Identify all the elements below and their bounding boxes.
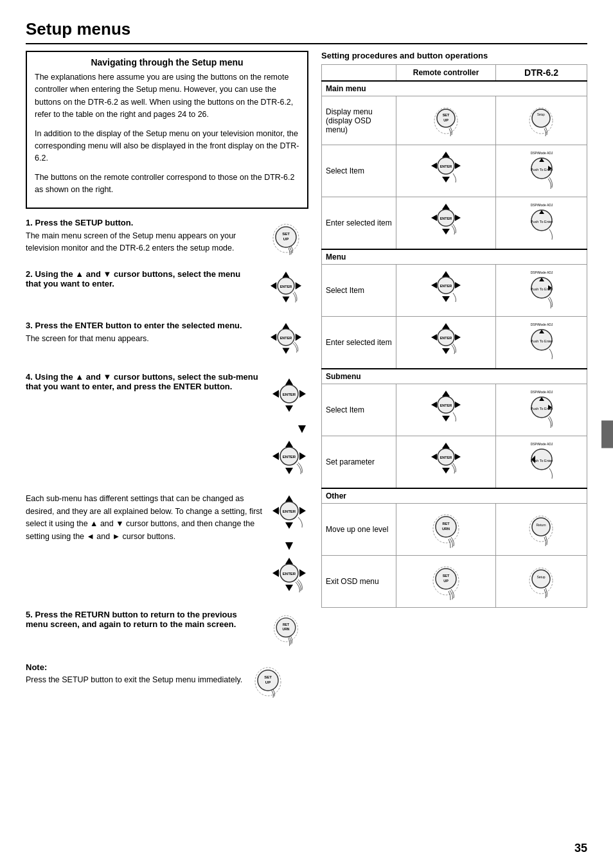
svg-marker-8: [271, 283, 276, 290]
svg-text:DSP/Mode ADJ: DSP/Mode ADJ: [530, 390, 553, 394]
section-main-menu: Main menu: [322, 81, 587, 96]
svg-text:DSP/Mode ADJ: DSP/Mode ADJ: [530, 203, 553, 207]
svg-text:UP: UP: [265, 680, 271, 684]
svg-text:ENTER: ENTER: [283, 393, 296, 396]
row-exit-osd: Exit OSD menu SET UP: [322, 556, 587, 608]
row-select-item-main: Select Item ENTER: [322, 145, 587, 197]
svg-text:DSP/Mode ADJ: DSP/Mode ADJ: [530, 442, 553, 446]
setup-remote-icon: SET UP: [429, 100, 464, 139]
svg-text:SET: SET: [442, 113, 449, 117]
svg-text:ENTER: ENTER: [440, 284, 452, 288]
svg-marker-29: [285, 495, 293, 502]
step-5-icon: RET URN: [263, 610, 308, 648]
svg-point-55: [532, 109, 550, 127]
svg-marker-68: [442, 204, 450, 209]
display-menu-remote-icon: SET UP: [396, 96, 496, 145]
step-1-icon: SET UP: [263, 218, 308, 256]
col-header-0: [322, 65, 396, 82]
note-section: Note: Press the SETUP button to exit the…: [26, 661, 308, 700]
enter-selected-main-remote: ENTER: [396, 197, 496, 250]
page-number: 35: [574, 842, 587, 855]
svg-marker-14: [271, 334, 276, 341]
svg-marker-83: [455, 282, 461, 288]
svg-point-132: [532, 570, 550, 588]
row-move-up: Move up one level RET URN: [322, 504, 587, 556]
setup-exit-remote-icon: SET UP: [427, 560, 465, 601]
enter-remote-menu-select: ENTER: [429, 269, 464, 310]
move-up-label: Move up one level: [322, 504, 396, 556]
enter-button-icon-4c: ENTER: [270, 493, 308, 535]
nav-para-1: The explanations here assume you are usi…: [35, 71, 299, 121]
svg-text:ENTER: ENTER: [283, 455, 296, 459]
row-select-item-submenu: Select Item ENTER: [322, 384, 587, 436]
svg-marker-104: [455, 402, 461, 408]
svg-text:URN: URN: [283, 628, 290, 632]
step-4-heading: 4. Using the ▲ and ▼ cursor buttons, sel…: [26, 372, 263, 391]
svg-text:Push To Enter: Push To Enter: [530, 220, 553, 224]
step-4: 4. Using the ▲ and ▼ cursor buttons, sel…: [26, 372, 308, 480]
svg-marker-89: [442, 323, 450, 329]
select-item-main-remote: ENTER: [396, 145, 496, 197]
enter-remote-main-select: ENTER: [429, 149, 464, 191]
enter-button-icon-4a: ENTER: [270, 376, 308, 418]
nav-box-heading: Navigating through the Setup menu: [35, 57, 299, 67]
svg-marker-39: [285, 585, 293, 591]
step-3-heading: 3. Press the ENTER button to enter the s…: [26, 321, 257, 330]
step-4-extra: Each sub-menu has different settings tha…: [26, 493, 308, 597]
svg-marker-10: [282, 323, 289, 329]
nav-para-2: In addition to the display of the Setup …: [35, 128, 299, 165]
return-dtr-icon: Return: [524, 508, 559, 549]
step-4-extra-body: Each sub-menu has different settings tha…: [26, 493, 263, 543]
move-up-dtr: Return: [496, 504, 587, 556]
col-header-remote: Remote controller: [396, 65, 496, 82]
enter-selected-menu-label: Enter selected item: [322, 317, 396, 369]
enter-selected-menu-dtr: DSP/Mode ADJ Push To Enter: [496, 317, 587, 369]
step-4-extra-icons: ENTER ENTER: [270, 493, 308, 597]
note-heading: Note:: [26, 661, 242, 674]
setup-note-icon: SET UP: [249, 661, 287, 700]
select-item-menu-remote: ENTER: [396, 265, 496, 317]
svg-text:ENTER: ENTER: [280, 336, 292, 340]
svg-marker-73: [455, 215, 461, 221]
svg-text:ENTER: ENTER: [440, 336, 452, 340]
page-title: Setup menus: [26, 19, 587, 44]
step-2-heading: 2. Using the ▲ and ▼ cursor buttons, sel…: [26, 269, 257, 288]
enter-remote-submenu-param: ENTER: [429, 440, 464, 482]
exit-osd-dtr: Setup: [496, 556, 587, 608]
svg-text:ENTER: ENTER: [283, 572, 296, 576]
svg-marker-113: [442, 468, 450, 474]
svg-marker-32: [285, 522, 293, 529]
select-item-submenu-label: Select Item: [322, 384, 396, 436]
svg-text:RET: RET: [443, 522, 450, 526]
enter-remote-menu-enter: ENTER: [429, 321, 464, 362]
enter-remote-main-enter: ENTER: [429, 201, 464, 243]
enter-remote-submenu-select: ENTER: [429, 388, 464, 430]
svg-marker-102: [442, 416, 450, 421]
svg-marker-35: [285, 542, 293, 550]
exit-osd-label: Exit OSD menu: [322, 556, 396, 608]
note-inner: Note: Press the SETUP button to exit the…: [26, 661, 308, 700]
section-submenu: Submenu: [322, 369, 587, 384]
svg-marker-20: [272, 390, 279, 398]
svg-marker-60: [442, 177, 450, 182]
row-set-parameter: Set parameter ENTER: [322, 436, 587, 489]
svg-text:ENTER: ENTER: [440, 164, 452, 168]
svg-text:ENTER: ENTER: [440, 403, 452, 407]
left-column: Navigating through the Setup menu The ex…: [26, 51, 308, 700]
step-5-text: 5. Press the RETURN button to return to …: [26, 610, 257, 632]
note-text: Note: Press the SETUP button to exit the…: [26, 661, 242, 686]
setup-exit-dtr-icon: Setup: [524, 560, 559, 601]
svg-text:DSP/Mode ADJ: DSP/Mode ADJ: [530, 270, 553, 274]
step-5: 5. Press the RETURN button to return to …: [26, 610, 308, 648]
svg-marker-34: [299, 507, 306, 515]
svg-marker-61: [431, 163, 437, 169]
step-4-text: 4. Using the ▲ and ▼ cursor buttons, sel…: [26, 372, 263, 394]
step-1: 1. Press the SETUP button. The main menu…: [26, 218, 308, 256]
svg-marker-27: [272, 452, 279, 460]
svg-marker-21: [299, 390, 306, 398]
svg-marker-114: [431, 454, 437, 460]
side-tab: [601, 420, 613, 448]
enter-button-icon-4d: ENTER: [270, 555, 308, 597]
enter-selected-main-dtr: DSP/Mode ADJ Push To Enter: [496, 197, 587, 250]
svg-marker-115: [455, 454, 461, 460]
